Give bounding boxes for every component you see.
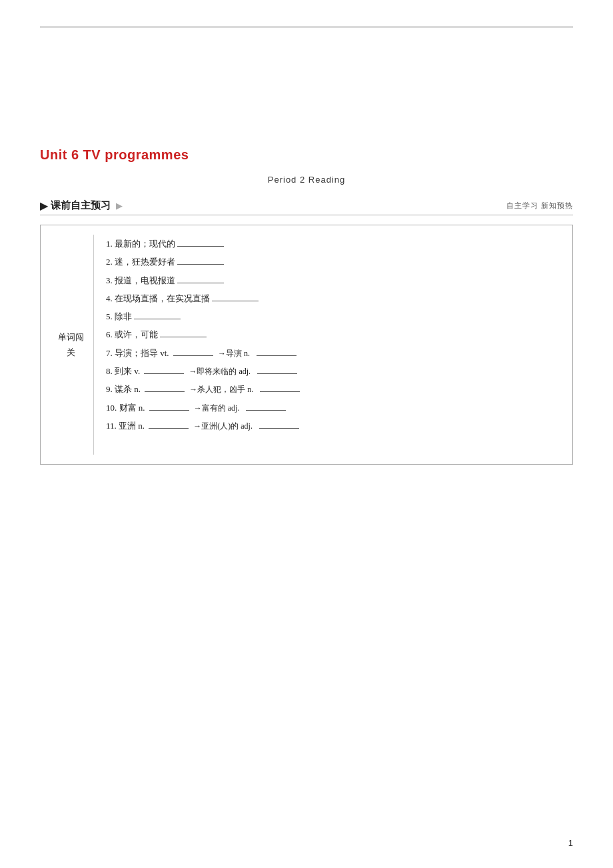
- vocab-arrow-8: →即将来临的 adj.: [189, 363, 253, 380]
- vocab-text-2: 2. 迷，狂热爱好者: [106, 253, 175, 271]
- vocab-text-1: 1. 最新的；现代的: [106, 235, 175, 253]
- vocab-blank-2[interactable]: [177, 264, 224, 265]
- vocab-blank-3[interactable]: [177, 283, 224, 283]
- vocab-item-9: 9. 谋杀 n. →杀人犯，凶手 n.: [106, 380, 559, 398]
- vocab-text-10: 10. 财富 n.: [106, 399, 147, 417]
- vocab-item-2: 2. 迷，狂热爱好者: [106, 253, 559, 271]
- vocab-item-10: 10. 财富 n. →富有的 adj.: [106, 399, 559, 417]
- section-title: 课前自主预习: [51, 199, 111, 212]
- vocab-blank-8b[interactable]: [257, 373, 297, 374]
- section-header-left: ▶ 课前自主预习 ▶: [40, 199, 506, 212]
- vocab-blank-6[interactable]: [160, 337, 207, 337]
- vocab-text-5: 5. 除非: [106, 307, 132, 325]
- section-deco: ▶: [116, 201, 123, 211]
- vocab-blank-9a[interactable]: [145, 391, 185, 392]
- vocab-blank-5[interactable]: [134, 319, 181, 319]
- vocab-arrow-9: →杀人犯，凶手 n.: [189, 381, 255, 398]
- vocab-arrow-11: →亚洲(人)的 adj.: [193, 418, 255, 435]
- left-label: 单词闯 关: [54, 235, 94, 455]
- vocab-blank-9b[interactable]: [260, 391, 300, 392]
- section-right-label: 自主学习 新知预热: [506, 201, 573, 211]
- left-label-line1: 单词闯: [58, 329, 84, 345]
- vocab-item-5: 5. 除非: [106, 307, 559, 325]
- vocab-text-9: 9. 谋杀 n.: [106, 380, 143, 398]
- vocab-blank-7b[interactable]: [257, 355, 297, 356]
- vocab-text-3: 3. 报道，电视报道: [106, 271, 175, 289]
- left-label-line2: 关: [67, 345, 75, 360]
- vocab-arrow-10: →富有的 adj.: [194, 400, 242, 417]
- vocab-item-7: 7. 导演；指导 vt. →导演 n.: [106, 344, 559, 362]
- top-divider: [40, 27, 573, 27]
- vocab-item-11: 11. 亚洲 n. →亚洲(人)的 adj.: [106, 417, 559, 435]
- vocab-text-4: 4. 在现场直播，在实况直播: [106, 289, 210, 307]
- vocab-text-11: 11. 亚洲 n.: [106, 417, 147, 435]
- section-header: ▶ 课前自主预习 ▶ 自主学习 新知预热: [40, 199, 573, 215]
- vocab-blank-7a[interactable]: [173, 355, 213, 356]
- vocab-blank-11b[interactable]: [259, 428, 299, 429]
- vocab-item-8: 8. 到来 v. →即将来临的 adj.: [106, 362, 559, 380]
- vocab-blank-1[interactable]: [177, 246, 224, 247]
- vocab-arrow-7: →导演 n.: [218, 345, 252, 362]
- vocab-text-8: 8. 到来 v.: [106, 362, 142, 380]
- vocab-item-1: 1. 最新的；现代的: [106, 235, 559, 253]
- unit-title: Unit 6 TV programmes: [40, 147, 573, 163]
- page-number: 1: [568, 838, 573, 848]
- vocab-list: 1. 最新的；现代的 2. 迷，狂热爱好者 3. 报道，电视报道 4. 在现场直…: [106, 235, 559, 455]
- vocab-blank-10a[interactable]: [149, 410, 189, 411]
- vocab-blank-4[interactable]: [212, 301, 259, 301]
- vocab-blank-10b[interactable]: [246, 410, 286, 411]
- vocab-text-6: 6. 或许，可能: [106, 325, 158, 343]
- vocab-text-7: 7. 导演；指导 vt.: [106, 344, 171, 362]
- period-subtitle: Period 2 Reading: [40, 175, 573, 185]
- section-icon: ▶: [40, 199, 48, 212]
- vocab-item-4: 4. 在现场直播，在实况直播: [106, 289, 559, 307]
- vocab-item-3: 3. 报道，电视报道: [106, 271, 559, 289]
- page-container: Unit 6 TV programmes Period 2 Reading ▶ …: [0, 0, 613, 868]
- vocab-blank-11a[interactable]: [149, 428, 189, 429]
- content-box: 单词闯 关 1. 最新的；现代的 2. 迷，狂热爱好者 3. 报道，电视报道 4…: [40, 225, 573, 465]
- vocab-item-6: 6. 或许，可能: [106, 325, 559, 343]
- vocab-blank-8a[interactable]: [144, 373, 184, 374]
